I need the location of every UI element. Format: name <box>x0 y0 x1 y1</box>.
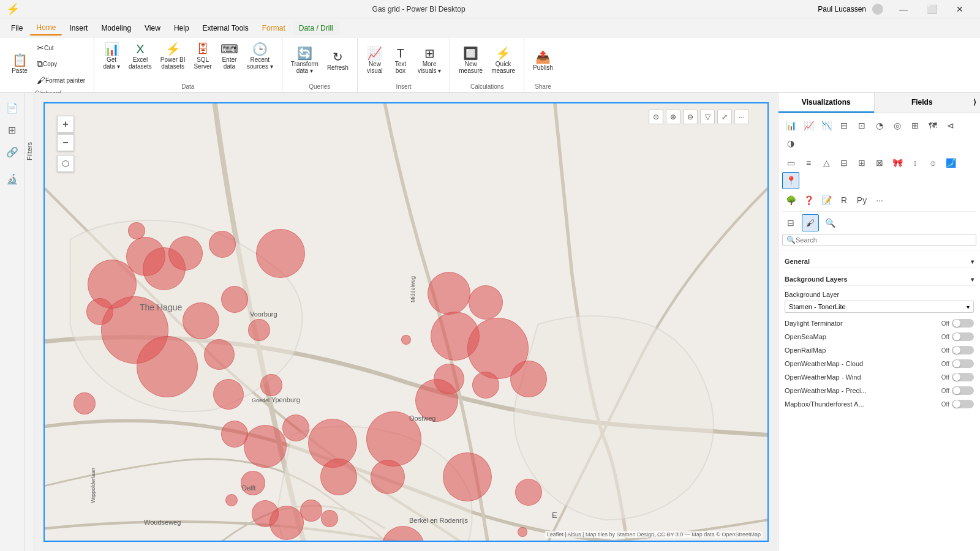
viz-map[interactable]: 🗺 <box>924 117 941 134</box>
bubble-marker[interactable] <box>209 231 236 258</box>
bubble-marker[interactable] <box>256 229 305 278</box>
powerbi-button[interactable]: ⚡ Power BIdatasets <box>157 40 189 72</box>
get-data-button[interactable]: 📊 Getdata ▾ <box>99 40 124 72</box>
viz-kpi[interactable]: △ <box>818 154 835 171</box>
map-fit-button[interactable]: ⤢ <box>717 110 732 124</box>
mapbox-toggle[interactable]: Off <box>941 400 974 408</box>
sidebar-report-icon[interactable]: 📄 <box>2 98 22 118</box>
bubble-marker[interactable] <box>428 272 470 315</box>
viz-py[interactable]: Py <box>853 192 870 209</box>
bubble-marker[interactable] <box>282 414 309 441</box>
new-visual-button[interactable]: 📈 Newvisual <box>363 45 387 77</box>
bubble-marker[interactable] <box>469 285 503 320</box>
cut-button[interactable]: ✂ Cut <box>33 40 89 55</box>
map-focus-button[interactable]: ⊙ <box>649 110 663 124</box>
bubble-marker[interactable] <box>300 500 322 522</box>
viz-fields-mode[interactable]: ⊟ <box>782 214 799 231</box>
viz-ribbon[interactable]: 🎀 <box>889 154 906 171</box>
opensea-toggle-track[interactable] <box>952 332 974 341</box>
sql-button[interactable]: 🗄 SQLServer <box>190 40 215 72</box>
publish-button[interactable]: 📤 Publish <box>529 48 557 73</box>
tab-expand-collapse[interactable]: ⟩ <box>970 93 980 113</box>
daylight-toggle[interactable]: Off <box>941 319 974 328</box>
bubble-marker[interactable] <box>241 471 265 495</box>
settings-bg-layers-header[interactable]: Background Layers <box>783 273 975 286</box>
paste-button[interactable]: 📋 Paste <box>7 51 32 77</box>
sidebar-data-icon[interactable]: ⊞ <box>2 120 22 140</box>
viz-scatter[interactable]: ⊡ <box>853 117 870 134</box>
viz-slicer[interactable]: ⊟ <box>835 154 853 171</box>
format-painter-button[interactable]: 🖌 Format painter <box>33 73 89 88</box>
menu-view[interactable]: View <box>138 21 167 35</box>
openrail-toggle-track[interactable] <box>952 346 974 354</box>
viz-gauge[interactable]: ◑ <box>782 135 799 152</box>
enter-data-button[interactable]: ⌨ Enterdata <box>217 40 242 72</box>
viz-card[interactable]: ▭ <box>782 154 799 171</box>
viz-filled-map[interactable]: 🗾 <box>942 154 959 171</box>
zoom-in-button[interactable]: + <box>57 116 74 133</box>
viz-matrix[interactable]: ⊠ <box>871 154 888 171</box>
map-zoom-in-ctrl[interactable]: ⊕ <box>666 110 680 124</box>
zoom-out-button[interactable]: − <box>57 134 74 151</box>
menu-home[interactable]: Home <box>30 21 62 36</box>
bubble-marker[interactable] <box>204 339 235 370</box>
bubble-marker[interactable] <box>510 361 547 397</box>
menu-external-tools[interactable]: External Tools <box>197 21 255 35</box>
weather-cloud-toggle-track[interactable] <box>952 359 974 368</box>
bubble-marker[interactable] <box>260 374 282 396</box>
refresh-button[interactable]: ↻ Refresh <box>323 48 352 73</box>
weather-preci-toggle[interactable]: Off <box>941 386 974 395</box>
viz-treemap[interactable]: ⊞ <box>907 117 924 134</box>
menu-data-drill[interactable]: Data / Drill <box>293 21 339 35</box>
openrail-toggle[interactable]: Off <box>941 346 974 354</box>
bubble-marker[interactable] <box>518 527 527 537</box>
menu-format[interactable]: Format <box>256 21 292 35</box>
viz-funnel[interactable]: ⊲ <box>942 117 959 134</box>
mapbox-toggle-track[interactable] <box>952 400 974 408</box>
bubble-marker[interactable] <box>248 319 270 341</box>
bg-layer-dropdown[interactable]: Stamen - TonerLite <box>785 301 974 313</box>
bubble-marker[interactable] <box>371 460 405 494</box>
bubble-marker[interactable] <box>415 379 458 422</box>
map-zoom-out-ctrl[interactable]: ⊖ <box>683 110 698 124</box>
bubble-marker[interactable] <box>225 494 238 506</box>
menu-file[interactable]: File <box>5 21 29 35</box>
viz-smart-narrative[interactable]: 📝 <box>818 192 835 209</box>
weather-wind-toggle-track[interactable] <box>952 373 974 381</box>
excel-button[interactable]: X Exceldatasets <box>125 40 156 72</box>
bubble-marker[interactable] <box>221 286 248 313</box>
viz-multirow-card[interactable]: ≡ <box>800 154 817 171</box>
lasso-button[interactable]: ⬡ <box>57 155 74 172</box>
bubble-marker[interactable] <box>515 479 542 506</box>
viz-donut[interactable]: ◎ <box>889 117 906 134</box>
bubble-marker[interactable] <box>137 336 198 397</box>
viz-shape-map[interactable]: 📍 <box>782 172 799 189</box>
bubble-marker[interactable] <box>472 372 499 399</box>
opensea-toggle[interactable]: Off <box>941 332 974 341</box>
bubble-marker[interactable] <box>270 506 304 540</box>
bubble-marker[interactable] <box>443 452 492 501</box>
viz-format-mode[interactable]: 🖌 <box>802 214 819 231</box>
map-more-button[interactable]: ··· <box>734 110 749 124</box>
bubble-marker[interactable] <box>382 526 424 542</box>
weather-wind-toggle[interactable]: Off <box>941 373 974 381</box>
recent-sources-button[interactable]: 🕒 Recentsources ▾ <box>243 40 277 72</box>
bubble-marker[interactable] <box>366 411 421 467</box>
minimize-button[interactable]: — <box>889 0 918 18</box>
viz-waterfall[interactable]: ↕ <box>907 154 924 171</box>
tab-visualizations[interactable]: Visualizations <box>778 93 874 113</box>
viz-qa[interactable]: ❓ <box>800 192 817 209</box>
viz-analytics-mode[interactable]: 🔍 <box>821 214 839 231</box>
weather-cloud-toggle[interactable]: Off <box>941 359 974 368</box>
tab-fields[interactable]: Fields <box>875 93 970 113</box>
weather-preci-toggle-track[interactable] <box>952 386 974 395</box>
settings-general-header[interactable]: General <box>783 255 975 268</box>
new-measure-button[interactable]: 🔲 Newmeasure <box>455 45 486 77</box>
transform-button[interactable]: 🔄 Transformdata ▾ <box>287 45 322 77</box>
daylight-toggle-track[interactable] <box>952 319 974 328</box>
viz-more[interactable]: ··· <box>871 192 888 209</box>
bubble-marker[interactable] <box>74 392 96 414</box>
bubble-marker[interactable] <box>213 379 244 410</box>
more-visuals-button[interactable]: ⊞ Morevisuals ▾ <box>414 45 445 77</box>
viz-decomp-tree[interactable]: 🌳 <box>782 192 799 209</box>
